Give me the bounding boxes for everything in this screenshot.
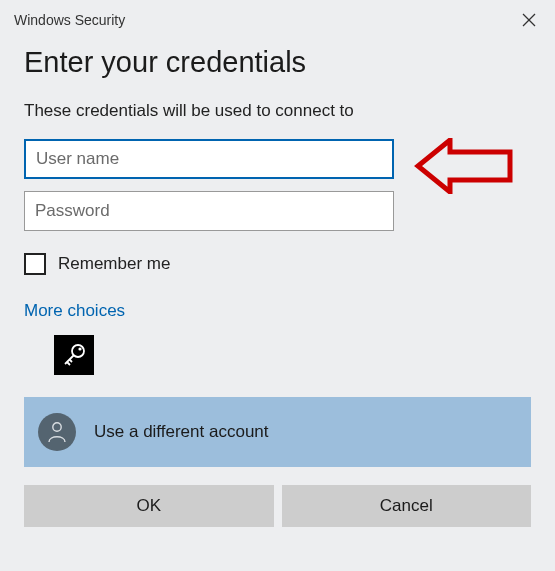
person-icon (47, 421, 67, 443)
username-input[interactable] (24, 139, 394, 179)
ok-button[interactable]: OK (24, 485, 274, 527)
close-button[interactable] (517, 8, 541, 32)
dialog-heading: Enter your credentials (0, 36, 555, 89)
credential-key-tile[interactable] (54, 335, 94, 375)
remember-me-checkbox[interactable]: Remember me (24, 253, 531, 275)
use-different-account-label: Use a different account (94, 422, 269, 442)
svg-line-4 (65, 356, 74, 365)
remember-me-label: Remember me (58, 254, 170, 274)
key-icon (61, 342, 87, 368)
close-icon (522, 13, 536, 27)
svg-line-5 (67, 362, 70, 365)
more-choices-link[interactable]: More choices (24, 301, 125, 321)
svg-point-3 (78, 347, 81, 350)
window-title: Windows Security (14, 12, 125, 28)
cancel-button[interactable]: Cancel (282, 485, 532, 527)
dialog-subtitle: These credentials will be used to connec… (0, 89, 555, 139)
checkbox-box-icon (24, 253, 46, 275)
svg-line-6 (70, 360, 73, 363)
svg-point-7 (53, 423, 61, 431)
use-different-account-option[interactable]: Use a different account (24, 397, 531, 467)
svg-point-2 (72, 345, 84, 357)
password-input[interactable] (24, 191, 394, 231)
avatar-circle (38, 413, 76, 451)
